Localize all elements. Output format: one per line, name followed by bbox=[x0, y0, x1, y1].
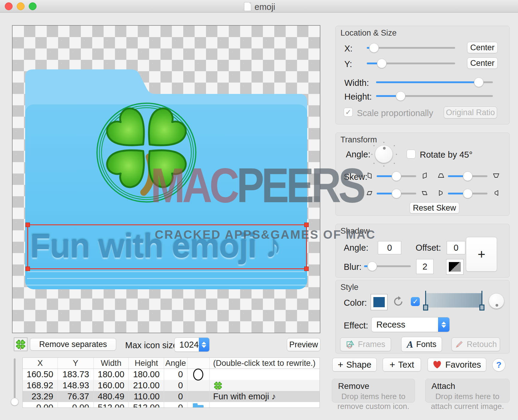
shadow-offset-field[interactable]: 0 bbox=[447, 241, 465, 254]
header-angle[interactable]: Angle bbox=[164, 358, 187, 369]
max-icon-size-label: Max icon size: bbox=[125, 340, 180, 350]
table-row-selected[interactable]: 23.29 76.37 480.49 110.00 0 Fun with emo… bbox=[23, 391, 319, 402]
selection-handle[interactable] bbox=[304, 267, 309, 271]
cell-icon bbox=[187, 380, 210, 391]
skew-trapezoid-up-icon bbox=[437, 172, 445, 180]
stepper-icon bbox=[199, 338, 209, 351]
cell-text bbox=[210, 369, 319, 380]
skew-flag-left-icon bbox=[492, 189, 500, 197]
cell-height: 210.00 bbox=[129, 380, 164, 391]
table-row[interactable]: 160.50 183.73 180.00 180.00 0 bbox=[23, 369, 319, 380]
skew-trapezoid-down-icon bbox=[492, 172, 500, 180]
cell-width: 180.00 bbox=[94, 369, 129, 380]
header-icon[interactable] bbox=[187, 358, 210, 369]
skew-slider-1[interactable] bbox=[377, 171, 416, 181]
cell-y: 0.00 bbox=[58, 402, 94, 408]
x-slider[interactable] bbox=[367, 43, 455, 53]
width-slider[interactable] bbox=[376, 77, 493, 87]
cell-text bbox=[210, 402, 319, 408]
attach-dropzone[interactable]: Attach Drop items here to attach current… bbox=[425, 379, 510, 403]
layer-order-slider[interactable] bbox=[13, 358, 16, 404]
selection-handle[interactable] bbox=[25, 223, 30, 227]
gradient-bar[interactable] bbox=[426, 293, 482, 308]
header-x[interactable]: X bbox=[23, 358, 58, 369]
scale-proportionally-label: Scale proportionally bbox=[357, 108, 433, 118]
editor-canvas[interactable]: Fun with emoji ♪ bbox=[12, 25, 320, 333]
table-row[interactable]: 0.00 0.00 512.00 512.00 0 bbox=[23, 402, 319, 408]
current-emoji-thumbnail[interactable] bbox=[14, 337, 28, 351]
add-shape-button[interactable]: + Shape bbox=[332, 358, 377, 372]
cell-height: 180.00 bbox=[129, 369, 164, 380]
folder-icon bbox=[193, 405, 204, 408]
skew-slider-3[interactable] bbox=[377, 188, 416, 199]
cell-x: 0.00 bbox=[23, 402, 58, 408]
header-text[interactable]: (Double-click text to rewrite.) bbox=[210, 358, 319, 369]
remove-dropzone[interactable]: Remove Drop items here to remove custom … bbox=[332, 379, 415, 403]
retouch-button[interactable]: Retouch bbox=[452, 337, 500, 351]
panel-title: Shadow bbox=[340, 226, 370, 236]
cell-angle: 0 bbox=[164, 369, 187, 380]
help-button[interactable]: ? bbox=[492, 358, 505, 372]
max-icon-size-value: 1024 bbox=[175, 340, 199, 350]
y-slider[interactable] bbox=[367, 58, 455, 69]
app-window: emoji Fun with emoji ♪ bbox=[0, 0, 518, 420]
close-button[interactable] bbox=[5, 2, 13, 10]
fonts-button[interactable]: A Fonts bbox=[401, 337, 442, 352]
scale-proportionally-checkbox[interactable]: ✓ bbox=[344, 108, 353, 117]
favorites-label: Favorites bbox=[445, 360, 481, 370]
skew-slider-2[interactable] bbox=[448, 171, 487, 181]
add-shape-label: Shape bbox=[346, 360, 371, 370]
remove-separates-button[interactable]: Remove separates bbox=[30, 338, 116, 351]
add-text-button[interactable]: + Text bbox=[383, 358, 421, 372]
add-text-label: Text bbox=[398, 360, 414, 370]
pencil-icon bbox=[455, 340, 464, 349]
selection-box[interactable] bbox=[27, 224, 307, 269]
original-ratio-button[interactable]: Original Ratio bbox=[444, 106, 497, 118]
selection-handle[interactable] bbox=[304, 223, 309, 227]
effect-value: Recess bbox=[372, 320, 438, 330]
height-slider[interactable] bbox=[376, 91, 493, 101]
minimize-button[interactable] bbox=[17, 2, 25, 10]
effect-dropdown[interactable]: Recess bbox=[371, 317, 450, 332]
header-height[interactable]: Height bbox=[129, 358, 164, 369]
center-x-button[interactable]: Center bbox=[467, 42, 498, 53]
gradient-angle-dial[interactable] bbox=[489, 293, 504, 309]
skew-slider-4[interactable] bbox=[448, 188, 487, 199]
cell-y: 148.93 bbox=[58, 380, 94, 391]
panel-title: Transform bbox=[340, 135, 377, 144]
rotate-45-checkbox[interactable] bbox=[407, 150, 416, 159]
max-icon-size-dropdown[interactable]: 1024 bbox=[174, 337, 210, 352]
gradient-stop-left[interactable] bbox=[423, 291, 428, 311]
angle-label: Angle: bbox=[346, 150, 370, 159]
window-title: emoji bbox=[255, 2, 275, 12]
center-y-button[interactable]: Center bbox=[467, 57, 498, 69]
frames-button[interactable]: Frames bbox=[340, 337, 391, 351]
plus-icon: + bbox=[390, 359, 395, 370]
favorites-button[interactable]: Favorites bbox=[428, 358, 486, 372]
gradient-stop-right[interactable] bbox=[479, 291, 485, 311]
style-color-well[interactable] bbox=[371, 294, 387, 310]
cell-y: 183.73 bbox=[58, 369, 94, 380]
items-table: X Y Width Height Angle (Double-click tex… bbox=[22, 357, 320, 408]
zoom-button[interactable] bbox=[29, 2, 37, 10]
width-label: Width: bbox=[344, 78, 369, 88]
cell-x: 168.92 bbox=[23, 380, 58, 391]
preview-button[interactable]: Preview bbox=[287, 338, 320, 351]
shadow-color-well[interactable] bbox=[446, 259, 464, 275]
shadow-blur-slider[interactable] bbox=[364, 261, 411, 271]
y-label: Y: bbox=[344, 59, 352, 69]
selection-handle[interactable] bbox=[25, 267, 30, 271]
reset-color-icon[interactable] bbox=[393, 296, 404, 307]
angle-knob[interactable] bbox=[375, 145, 393, 163]
shadow-angle-field[interactable]: 0 bbox=[378, 241, 401, 254]
header-y[interactable]: Y bbox=[58, 358, 94, 369]
cell-width: 512.00 bbox=[94, 402, 129, 408]
table-row[interactable]: 168.92 148.93 160.00 210.00 0 bbox=[23, 380, 319, 391]
cell-y: 76.37 bbox=[58, 391, 94, 402]
reset-skew-button[interactable]: Reset Skew bbox=[410, 202, 459, 214]
header-width[interactable]: Width bbox=[94, 358, 129, 369]
shadow-blur-field[interactable]: 2 bbox=[416, 259, 434, 274]
frames-icon bbox=[346, 340, 355, 349]
gradient-enabled-checkbox[interactable]: ✓ bbox=[411, 297, 420, 306]
add-shadow-button[interactable]: + bbox=[466, 237, 497, 272]
